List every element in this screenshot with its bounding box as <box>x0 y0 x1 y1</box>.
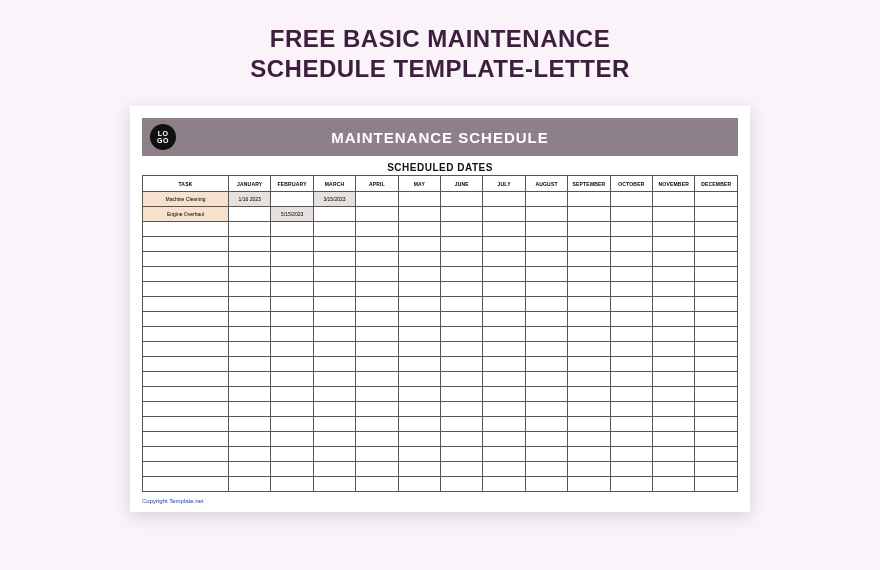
date-cell <box>356 297 398 312</box>
date-cell <box>229 462 271 477</box>
date-cell <box>229 327 271 342</box>
date-cell <box>610 447 652 462</box>
date-cell <box>653 357 695 372</box>
date-cell <box>525 282 567 297</box>
date-cell <box>271 417 313 432</box>
date-cell <box>525 222 567 237</box>
date-cell <box>695 237 738 252</box>
date-cell <box>356 207 398 222</box>
col-month: JANUARY <box>229 176 271 192</box>
date-cell <box>229 222 271 237</box>
date-cell <box>271 462 313 477</box>
header-row: TASK JANUARY FEBRUARY MARCH APRIL MAY JU… <box>143 176 738 192</box>
col-month: MARCH <box>313 176 355 192</box>
date-cell <box>229 387 271 402</box>
date-cell <box>610 432 652 447</box>
date-cell <box>610 327 652 342</box>
date-cell <box>398 387 440 402</box>
date-cell <box>610 462 652 477</box>
date-cell <box>525 237 567 252</box>
table-row: Machine Cleaning1/16 20233/15/2023 <box>143 192 738 207</box>
date-cell <box>356 327 398 342</box>
date-cell <box>483 357 525 372</box>
date-cell <box>653 312 695 327</box>
date-cell <box>525 207 567 222</box>
date-cell <box>313 297 355 312</box>
date-cell <box>568 357 610 372</box>
date-cell <box>356 462 398 477</box>
date-cell <box>441 402 483 417</box>
date-cell <box>313 327 355 342</box>
date-cell <box>313 207 355 222</box>
date-cell <box>229 207 271 222</box>
date-cell <box>525 267 567 282</box>
date-cell <box>398 477 440 492</box>
date-cell <box>441 327 483 342</box>
date-cell <box>229 417 271 432</box>
task-cell <box>143 342 229 357</box>
date-cell: 1/16 2023 <box>229 192 271 207</box>
date-cell <box>356 357 398 372</box>
col-task: TASK <box>143 176 229 192</box>
date-cell <box>398 402 440 417</box>
date-cell <box>695 462 738 477</box>
date-cell <box>568 192 610 207</box>
banner-title: MAINTENANCE SCHEDULE <box>176 129 730 146</box>
date-cell <box>313 402 355 417</box>
date-cell <box>313 312 355 327</box>
date-cell <box>313 462 355 477</box>
date-cell <box>271 357 313 372</box>
task-cell <box>143 237 229 252</box>
date-cell <box>695 372 738 387</box>
task-cell <box>143 462 229 477</box>
table-row <box>143 387 738 402</box>
page-title-line1: FREE BASIC MAINTENANCE <box>250 24 630 54</box>
date-cell <box>356 237 398 252</box>
date-cell <box>441 387 483 402</box>
date-cell <box>398 252 440 267</box>
date-cell <box>695 357 738 372</box>
date-cell <box>398 267 440 282</box>
date-cell <box>483 417 525 432</box>
date-cell <box>568 387 610 402</box>
date-cell <box>356 417 398 432</box>
date-cell <box>610 282 652 297</box>
date-cell <box>653 237 695 252</box>
table-row <box>143 237 738 252</box>
date-cell <box>653 432 695 447</box>
task-cell <box>143 252 229 267</box>
col-month: AUGUST <box>525 176 567 192</box>
date-cell <box>610 477 652 492</box>
date-cell <box>610 372 652 387</box>
table-row <box>143 282 738 297</box>
date-cell <box>398 372 440 387</box>
task-cell <box>143 222 229 237</box>
date-cell: 3/15/2023 <box>313 192 355 207</box>
date-cell <box>271 387 313 402</box>
date-cell <box>356 447 398 462</box>
table-row <box>143 267 738 282</box>
date-cell <box>229 432 271 447</box>
date-cell <box>441 282 483 297</box>
date-cell <box>568 267 610 282</box>
date-cell <box>483 477 525 492</box>
date-cell <box>610 387 652 402</box>
date-cell <box>695 387 738 402</box>
date-cell <box>483 237 525 252</box>
date-cell <box>695 342 738 357</box>
table-row <box>143 372 738 387</box>
page-title-line2: SCHEDULE TEMPLATE-LETTER <box>250 54 630 84</box>
date-cell <box>271 432 313 447</box>
date-cell <box>610 312 652 327</box>
logo-circle: LO GO <box>150 124 176 150</box>
date-cell <box>695 447 738 462</box>
col-month: APRIL <box>356 176 398 192</box>
date-cell <box>313 387 355 402</box>
date-cell <box>653 447 695 462</box>
col-month: MAY <box>398 176 440 192</box>
table-row <box>143 447 738 462</box>
table-row <box>143 417 738 432</box>
date-cell <box>568 432 610 447</box>
task-cell <box>143 357 229 372</box>
date-cell <box>356 342 398 357</box>
